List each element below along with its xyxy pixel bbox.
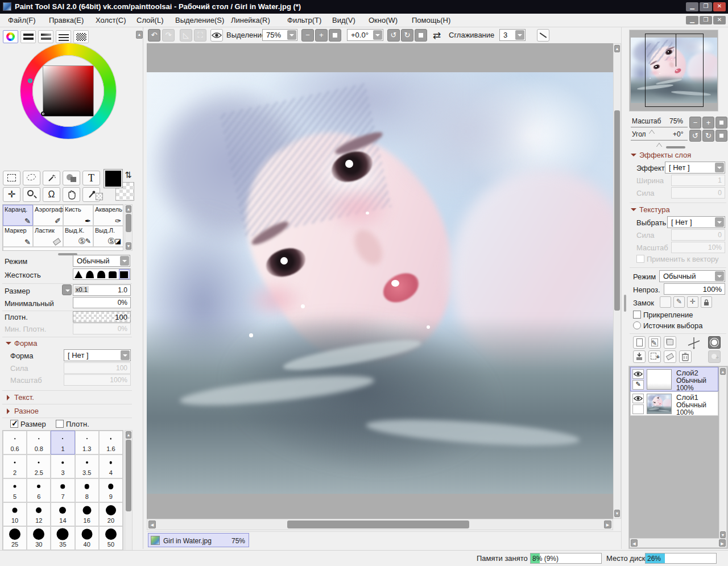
brush-size-4[interactable]: 4 xyxy=(99,455,123,478)
canvas-scroll-down[interactable]: ▼ xyxy=(614,510,620,517)
apply-mask-button[interactable]: + xyxy=(708,350,721,363)
shape-strength-slider[interactable]: 100 xyxy=(64,362,131,374)
menu-edit[interactable]: Правка(E) xyxy=(49,16,84,24)
layer-mode-dropdown[interactable]: Обычный xyxy=(659,270,725,282)
brush-size-2[interactable]: 2 xyxy=(3,455,27,478)
tool-magic-wand[interactable] xyxy=(43,171,60,185)
sv-square[interactable] xyxy=(43,65,94,117)
texture-strength-slider[interactable]: 0 xyxy=(671,229,725,241)
navigator-viewport-rect[interactable] xyxy=(645,34,704,107)
menu-canvas[interactable]: Холст(C) xyxy=(96,16,126,24)
color-tab-wheel[interactable] xyxy=(3,30,18,43)
effect-dropdown-arrow[interactable] xyxy=(715,163,724,172)
canvas-hscroll-thumb[interactable] xyxy=(287,520,469,528)
tool-rotate[interactable]: Ω xyxy=(43,187,60,202)
color-tab-rgb-sliders[interactable] xyxy=(20,30,36,43)
canvas-scroll-up[interactable]: ▲ xyxy=(614,45,620,52)
color-tab-mixer[interactable] xyxy=(56,30,71,43)
brush-size-3.5[interactable]: 3.5 xyxy=(75,455,99,478)
brush-size-1.3[interactable]: 1.3 xyxy=(75,431,99,455)
canvas-viewport[interactable] xyxy=(147,43,613,519)
shape-dropdown[interactable]: [ Нет ] xyxy=(64,349,131,361)
angle-dropdown[interactable]: +0.0° xyxy=(347,29,383,41)
zoom-out-button[interactable]: − xyxy=(301,29,314,42)
mdi-close-button[interactable]: ✕ xyxy=(713,16,726,24)
color-tab-swatches[interactable] xyxy=(73,30,89,43)
brush-size-20[interactable]: 20 xyxy=(99,502,123,526)
opacity-slider[interactable]: 100% xyxy=(664,283,725,295)
tool-text[interactable]: T xyxy=(82,171,100,185)
menu-file[interactable]: Файл(F) xyxy=(8,16,36,24)
transform-tool-button[interactable] xyxy=(687,336,702,350)
smoothing-dropdown-arrow[interactable] xyxy=(515,30,524,40)
brush-size-0.8[interactable]: 0.8 xyxy=(27,431,51,455)
brush-size-35[interactable]: 35 xyxy=(51,526,75,550)
canvas-scroll-right[interactable]: ▶ xyxy=(604,520,611,528)
brush-marker[interactable]: Маркер✎ xyxy=(3,226,33,247)
angle-dropdown-arrow[interactable] xyxy=(373,30,382,40)
smoothing-dropdown[interactable]: 3 xyxy=(499,29,526,41)
brush-scrollbar[interactable]: ▲ ▼ xyxy=(125,204,133,251)
redo-button[interactable]: ↷ xyxy=(162,29,175,42)
brush-size-40[interactable]: 40 xyxy=(75,526,99,550)
undo-button[interactable]: ↶ xyxy=(148,29,160,42)
brush-select-pen[interactable]: Выд.К.Ⓢ✎ xyxy=(63,226,93,247)
nav-zoom-in-button[interactable]: + xyxy=(702,117,714,129)
effect-width-slider[interactable]: 1 xyxy=(671,175,725,186)
size-display-checkbox[interactable] xyxy=(10,420,18,428)
mdi-restore-button[interactable]: ❐ xyxy=(700,16,712,24)
tool-rect-select[interactable] xyxy=(3,171,20,185)
layer-row-layer2[interactable]: ✎ Слой2 Обычный 100% xyxy=(630,367,718,391)
lock-transparency-button[interactable] xyxy=(660,296,671,308)
layer2-visibility-toggle[interactable] xyxy=(632,369,644,379)
brush-eraser[interactable]: Ластик xyxy=(33,226,63,247)
effect-dropdown[interactable]: [ Нет ] xyxy=(665,162,725,173)
nav-zoom-out-button[interactable]: − xyxy=(689,117,701,129)
clipping-checkbox[interactable] xyxy=(633,311,641,319)
hardness-1-button[interactable] xyxy=(74,270,84,279)
brush-size-8[interactable]: 8 xyxy=(75,478,99,502)
canvas-vscroll-thumb[interactable] xyxy=(614,110,620,311)
brush-size-6[interactable]: 6 xyxy=(27,478,51,502)
menu-help[interactable]: Помощь(H) xyxy=(412,16,450,24)
nav-angle-slider[interactable] xyxy=(631,140,688,141)
layer-scroll-down[interactable]: ▼ xyxy=(720,531,726,538)
canvas-hscrollbar[interactable]: ◀ ▶ xyxy=(147,519,613,530)
tool-lasso[interactable] xyxy=(23,171,40,185)
mode-dropdown-arrow[interactable] xyxy=(120,256,129,266)
menu-selection[interactable]: Выделение(S) xyxy=(175,16,224,24)
nav-zoom-reset-button[interactable] xyxy=(715,117,727,129)
brush-scroll-down[interactable]: ▼ xyxy=(126,242,131,250)
lock-pixels-button[interactable]: ✎ xyxy=(673,296,685,308)
brush-size-10[interactable]: 10 xyxy=(3,502,27,526)
zoom-dropdown-arrow[interactable] xyxy=(287,30,296,40)
hue-marker[interactable] xyxy=(28,79,32,83)
brush-size-30[interactable]: 30 xyxy=(27,526,51,550)
stroke-stabilizer-button[interactable] xyxy=(537,29,549,42)
layer1-thumbnail[interactable] xyxy=(647,394,672,414)
lock-all-button[interactable] xyxy=(701,296,712,308)
min-density-field[interactable]: 0% xyxy=(73,323,131,334)
apply-to-vector-checkbox[interactable] xyxy=(636,255,644,263)
layer-list-hscrollbar[interactable]: ◀ ▶ xyxy=(630,538,727,548)
brush-airbrush[interactable]: Аэрограф✐ xyxy=(33,205,63,226)
new-folder-button[interactable] xyxy=(664,336,676,349)
brush-size-25[interactable]: 25 xyxy=(3,526,27,550)
size-unit-dropdown[interactable] xyxy=(62,284,72,295)
texture-select-dropdown[interactable]: [ Нет ] xyxy=(667,216,725,228)
brush-pencil[interactable]: Каранд.✎ xyxy=(3,205,33,226)
shape-section-header[interactable]: Форма xyxy=(6,339,38,348)
brush-scroll-thumb[interactable] xyxy=(126,214,131,232)
brush-select-eraser[interactable]: Выд.Л.Ⓢ◪ xyxy=(93,226,123,247)
texture-header[interactable]: Текстура xyxy=(631,205,670,214)
nav-angle-reset-button[interactable] xyxy=(715,130,727,142)
delete-layer-button[interactable] xyxy=(679,350,692,363)
text-section-header[interactable]: Текст. xyxy=(6,393,34,402)
zoom-dropdown[interactable]: 75% xyxy=(262,29,297,41)
misc-section-header[interactable]: Разное xyxy=(6,407,39,415)
nav-zoom-slider[interactable] xyxy=(631,127,688,127)
transparent-color-chip[interactable] xyxy=(96,193,103,200)
zoom-in-button[interactable]: + xyxy=(315,29,328,42)
brush-size-16[interactable]: 16 xyxy=(75,502,99,526)
rotate-ccw-button[interactable]: ↺ xyxy=(387,29,400,42)
